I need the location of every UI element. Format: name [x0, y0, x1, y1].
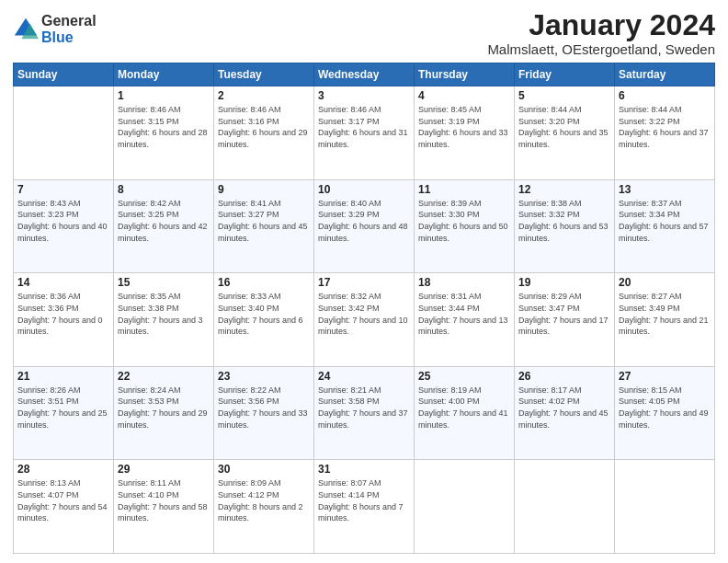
table-cell: 8Sunrise: 8:42 AMSunset: 3:25 PMDaylight… — [114, 179, 214, 273]
daylight-text: Daylight: 7 hours and 54 minutes. — [17, 501, 109, 524]
daylight-text: Daylight: 6 hours and 50 minutes. — [418, 221, 510, 244]
day-detail: Sunrise: 8:35 AMSunset: 3:38 PMDaylight:… — [118, 291, 210, 337]
sunrise-text: Sunrise: 8:45 AM — [418, 104, 510, 116]
day-detail: Sunrise: 8:33 AMSunset: 3:40 PMDaylight:… — [218, 291, 310, 337]
day-detail: Sunrise: 8:24 AMSunset: 3:53 PMDaylight:… — [118, 385, 210, 431]
sunset-text: Sunset: 3:25 PM — [118, 209, 210, 221]
sunrise-text: Sunrise: 8:22 AM — [218, 385, 310, 396]
day-detail: Sunrise: 8:43 AMSunset: 3:23 PMDaylight:… — [17, 198, 109, 244]
calendar-title: January 2024 — [487, 9, 715, 41]
sunrise-text: Sunrise: 8:21 AM — [318, 385, 410, 396]
table-cell: 2Sunrise: 8:46 AMSunset: 3:16 PMDaylight… — [214, 86, 314, 180]
sunset-text: Sunset: 3:47 PM — [518, 303, 610, 315]
sunset-text: Sunset: 3:38 PM — [118, 303, 210, 315]
table-cell: 20Sunrise: 8:27 AMSunset: 3:49 PMDayligh… — [615, 273, 715, 367]
sunset-text: Sunset: 4:00 PM — [418, 396, 510, 408]
day-number: 16 — [218, 276, 310, 289]
daylight-text: Daylight: 6 hours and 29 minutes. — [218, 127, 310, 150]
sunset-text: Sunset: 3:29 PM — [318, 209, 410, 221]
sunrise-text: Sunrise: 8:13 AM — [17, 477, 109, 489]
day-number: 27 — [619, 370, 711, 383]
table-cell: 24Sunrise: 8:21 AMSunset: 3:58 PMDayligh… — [314, 366, 415, 460]
sunset-text: Sunset: 3:44 PM — [418, 303, 510, 315]
day-detail: Sunrise: 8:44 AMSunset: 3:22 PMDaylight:… — [619, 104, 711, 150]
col-monday: Monday — [114, 63, 214, 86]
day-number: 10 — [318, 183, 410, 196]
sunset-text: Sunset: 3:36 PM — [17, 303, 109, 315]
sunset-text: Sunset: 4:02 PM — [518, 396, 610, 408]
sunset-text: Sunset: 3:40 PM — [218, 303, 310, 315]
daylight-text: Daylight: 8 hours and 2 minutes. — [218, 501, 310, 524]
day-number: 2 — [218, 89, 310, 102]
sunrise-text: Sunrise: 8:15 AM — [619, 385, 711, 396]
sunrise-text: Sunrise: 8:33 AM — [218, 291, 310, 303]
sunset-text: Sunset: 3:20 PM — [518, 116, 610, 128]
sunset-text: Sunset: 4:12 PM — [218, 489, 310, 501]
col-thursday: Thursday — [415, 63, 515, 86]
day-detail: Sunrise: 8:40 AMSunset: 3:29 PMDaylight:… — [318, 198, 410, 244]
sunset-text: Sunset: 4:07 PM — [17, 489, 109, 501]
table-cell: 10Sunrise: 8:40 AMSunset: 3:29 PMDayligh… — [314, 179, 415, 273]
day-detail: Sunrise: 8:39 AMSunset: 3:30 PMDaylight:… — [418, 198, 510, 244]
sunset-text: Sunset: 3:42 PM — [318, 303, 410, 315]
day-detail: Sunrise: 8:09 AMSunset: 4:12 PMDaylight:… — [218, 477, 310, 523]
daylight-text: Daylight: 6 hours and 31 minutes. — [318, 127, 410, 150]
sunset-text: Sunset: 3:16 PM — [218, 116, 310, 128]
sunrise-text: Sunrise: 8:19 AM — [418, 385, 510, 396]
sunrise-text: Sunrise: 8:46 AM — [218, 104, 310, 116]
table-cell: 31Sunrise: 8:07 AMSunset: 4:14 PMDayligh… — [314, 460, 415, 554]
table-cell — [14, 86, 114, 180]
table-cell: 23Sunrise: 8:22 AMSunset: 3:56 PMDayligh… — [214, 366, 314, 460]
table-cell: 12Sunrise: 8:38 AMSunset: 3:32 PMDayligh… — [515, 179, 615, 273]
day-detail: Sunrise: 8:17 AMSunset: 4:02 PMDaylight:… — [518, 385, 610, 431]
day-number: 20 — [619, 276, 711, 289]
sunset-text: Sunset: 3:58 PM — [318, 396, 410, 408]
col-sunday: Sunday — [14, 63, 114, 86]
day-detail: Sunrise: 8:11 AMSunset: 4:10 PMDaylight:… — [118, 477, 210, 523]
week-row-3: 14Sunrise: 8:36 AMSunset: 3:36 PMDayligh… — [14, 273, 715, 367]
daylight-text: Daylight: 7 hours and 17 minutes. — [518, 315, 610, 338]
day-number: 30 — [218, 463, 310, 476]
day-number: 13 — [619, 183, 711, 196]
table-cell: 22Sunrise: 8:24 AMSunset: 3:53 PMDayligh… — [114, 366, 214, 460]
sunrise-text: Sunrise: 8:35 AM — [118, 291, 210, 303]
table-cell: 21Sunrise: 8:26 AMSunset: 3:51 PMDayligh… — [14, 366, 114, 460]
daylight-text: Daylight: 7 hours and 58 minutes. — [118, 501, 210, 524]
day-number: 19 — [518, 276, 610, 289]
day-detail: Sunrise: 8:15 AMSunset: 4:05 PMDaylight:… — [619, 385, 711, 431]
table-cell — [615, 460, 715, 554]
daylight-text: Daylight: 6 hours and 42 minutes. — [118, 221, 210, 244]
logo: General Blue — [13, 13, 97, 45]
sunset-text: Sunset: 3:56 PM — [218, 396, 310, 408]
day-number: 12 — [518, 183, 610, 196]
sunrise-text: Sunrise: 8:27 AM — [619, 291, 711, 303]
day-detail: Sunrise: 8:41 AMSunset: 3:27 PMDaylight:… — [218, 198, 310, 244]
header: General Blue January 2024 Malmslaett, OE… — [13, 9, 715, 57]
day-number: 3 — [318, 89, 410, 102]
page: General Blue January 2024 Malmslaett, OE… — [0, 0, 728, 563]
table-cell — [415, 460, 515, 554]
sunrise-text: Sunrise: 8:44 AM — [619, 104, 711, 116]
day-number: 5 — [518, 89, 610, 102]
day-number: 6 — [619, 89, 711, 102]
daylight-text: Daylight: 7 hours and 37 minutes. — [318, 408, 410, 431]
day-detail: Sunrise: 8:21 AMSunset: 3:58 PMDaylight:… — [318, 385, 410, 431]
week-row-4: 21Sunrise: 8:26 AMSunset: 3:51 PMDayligh… — [14, 366, 715, 460]
day-detail: Sunrise: 8:46 AMSunset: 3:17 PMDaylight:… — [318, 104, 410, 150]
col-saturday: Saturday — [615, 63, 715, 86]
daylight-text: Daylight: 7 hours and 25 minutes. — [17, 408, 109, 431]
table-cell: 27Sunrise: 8:15 AMSunset: 4:05 PMDayligh… — [615, 366, 715, 460]
sunrise-text: Sunrise: 8:39 AM — [418, 198, 510, 210]
day-number: 28 — [17, 463, 109, 476]
table-cell: 14Sunrise: 8:36 AMSunset: 3:36 PMDayligh… — [14, 273, 114, 367]
logo-icon — [13, 17, 39, 42]
sunset-text: Sunset: 3:51 PM — [17, 396, 109, 408]
sunset-text: Sunset: 3:15 PM — [118, 116, 210, 128]
logo-general: General — [41, 13, 97, 29]
logo-blue: Blue — [41, 29, 97, 46]
daylight-text: Daylight: 6 hours and 45 minutes. — [218, 221, 310, 244]
sunrise-text: Sunrise: 8:31 AM — [418, 291, 510, 303]
calendar-subtitle: Malmslaett, OEstergoetland, Sweden — [487, 41, 715, 57]
sunrise-text: Sunrise: 8:11 AM — [118, 477, 210, 489]
day-number: 14 — [17, 276, 109, 289]
